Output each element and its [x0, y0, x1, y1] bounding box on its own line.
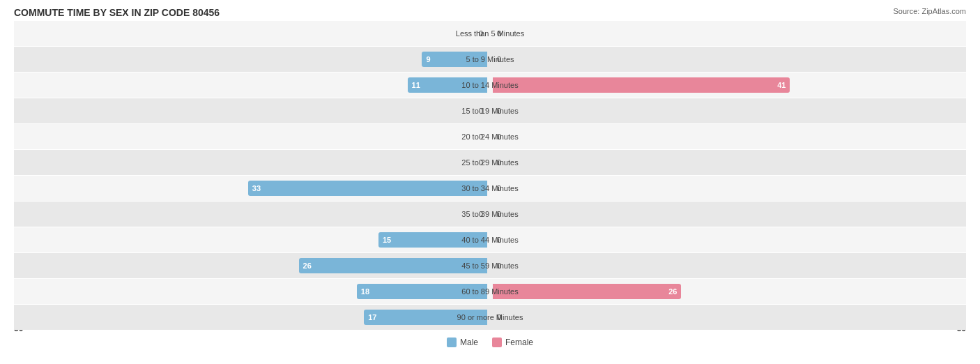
- chart-row: 95 to 9 Minutes0: [14, 47, 966, 72]
- legend-female-label: Female: [505, 338, 533, 347]
- left-section: 0: [14, 21, 490, 46]
- left-section: 18: [14, 279, 490, 304]
- left-section: 9: [14, 47, 490, 72]
- legend-female: Female: [492, 338, 533, 347]
- left-section: 15: [14, 227, 490, 252]
- chart-title: COMMUTE TIME BY SEX IN ZIP CODE 80456: [14, 7, 966, 18]
- source-label: Source: ZipAtlas.com: [893, 7, 966, 15]
- left-section: 11: [14, 73, 490, 98]
- left-section: 0: [14, 98, 490, 123]
- left-section: 17: [14, 305, 490, 330]
- right-section: 0: [490, 150, 966, 175]
- chart-row: 1110 to 14 Minutes41: [14, 73, 966, 98]
- chart-row: 025 to 29 Minutes0: [14, 150, 966, 175]
- chart-row: 020 to 24 Minutes0: [14, 124, 966, 149]
- chart-row: 1540 to 44 Minutes0: [14, 227, 966, 252]
- chart-row: 035 to 39 Minutes0: [14, 202, 966, 227]
- chart-row: 015 to 19 Minutes0: [14, 98, 966, 123]
- legend: Male Female: [14, 338, 966, 347]
- chart-row: 0Less than 5 Minutes0: [14, 21, 966, 46]
- left-section: 0: [14, 124, 490, 149]
- left-section: 0: [14, 150, 490, 175]
- chart-row: 3330 to 34 Minutes0: [14, 176, 966, 201]
- left-section: 0: [14, 202, 490, 227]
- legend-male: Male: [447, 338, 478, 347]
- chart-area: 0Less than 5 Minutes095 to 9 Minutes0111…: [14, 21, 966, 321]
- chart-row: 1790 or more Minutes0: [14, 305, 966, 330]
- right-section: 41: [490, 73, 966, 98]
- legend-male-label: Male: [460, 338, 478, 347]
- right-section: 0: [490, 176, 966, 201]
- left-section: 33: [14, 176, 490, 201]
- chart-row: 2645 to 59 Minutes0: [14, 253, 966, 278]
- right-section: 26: [490, 279, 966, 304]
- legend-female-box: [492, 338, 502, 347]
- right-section: 0: [490, 21, 966, 46]
- right-section: 0: [490, 202, 966, 227]
- chart-container: COMMUTE TIME BY SEX IN ZIP CODE 80456 So…: [0, 0, 980, 364]
- right-section: 0: [490, 305, 966, 330]
- left-section: 26: [14, 253, 490, 278]
- chart-row: 1860 to 89 Minutes26: [14, 279, 966, 304]
- right-section: 0: [490, 124, 966, 149]
- right-section: 0: [490, 253, 966, 278]
- legend-male-box: [447, 338, 457, 347]
- right-section: 0: [490, 227, 966, 252]
- right-section: 0: [490, 98, 966, 123]
- right-section: 0: [490, 47, 966, 72]
